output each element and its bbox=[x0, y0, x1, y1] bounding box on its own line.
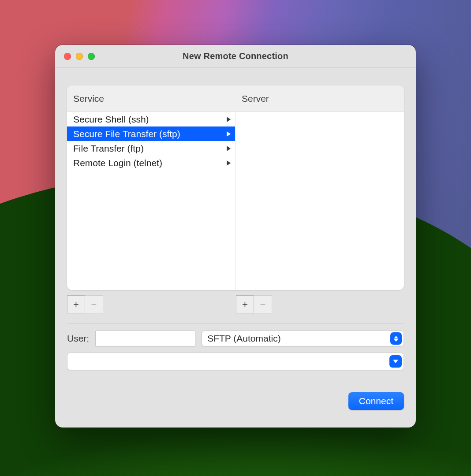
service-item-ftp[interactable]: File Transfer (ftp) bbox=[67, 141, 235, 156]
new-remote-connection-window: New Remote Connection Service Server Sec… bbox=[55, 45, 416, 428]
plus-icon: + bbox=[73, 299, 79, 310]
service-item-label: Remote Login (telnet) bbox=[73, 158, 162, 168]
protocol-select-label: SFTP (Automatic) bbox=[207, 333, 280, 344]
divider bbox=[67, 323, 404, 324]
server-add-remove: + − bbox=[236, 295, 272, 313]
chevron-right-icon bbox=[227, 160, 231, 166]
minus-icon: − bbox=[260, 299, 266, 310]
plus-icon: + bbox=[242, 299, 248, 310]
protocol-select[interactable]: SFTP (Automatic) bbox=[202, 331, 404, 346]
command-combo[interactable] bbox=[67, 353, 404, 370]
user-field[interactable] bbox=[95, 331, 195, 346]
service-item-telnet[interactable]: Remote Login (telnet) bbox=[67, 156, 235, 170]
add-server-button[interactable]: + bbox=[236, 295, 254, 313]
service-item-label: Secure File Transfer (sftp) bbox=[73, 129, 180, 139]
connect-button[interactable]: Connect bbox=[348, 392, 404, 410]
close-icon[interactable] bbox=[64, 53, 71, 60]
minimize-icon[interactable] bbox=[76, 53, 83, 60]
service-item-ssh[interactable]: Secure Shell (ssh) bbox=[67, 112, 235, 126]
minus-icon: − bbox=[91, 299, 97, 310]
chevron-right-icon bbox=[227, 131, 231, 137]
chevron-right-icon bbox=[227, 146, 231, 151]
window-title: New Remote Connection bbox=[55, 51, 416, 61]
panel-headers: Service Server bbox=[67, 86, 404, 112]
updown-icon bbox=[390, 332, 402, 345]
traffic-lights bbox=[64, 53, 95, 60]
remove-service-button[interactable]: − bbox=[85, 295, 103, 313]
service-add-remove: + − bbox=[67, 295, 236, 313]
connect-button-label: Connect bbox=[359, 396, 393, 406]
service-header: Service bbox=[67, 93, 236, 104]
service-item-label: Secure Shell (ssh) bbox=[73, 114, 149, 125]
zoom-icon[interactable] bbox=[88, 53, 95, 60]
service-item-label: File Transfer (ftp) bbox=[73, 143, 144, 154]
user-label: User: bbox=[67, 333, 89, 344]
add-service-button[interactable]: + bbox=[67, 295, 85, 313]
service-item-sftp[interactable]: Secure File Transfer (sftp) bbox=[67, 126, 235, 141]
server-list[interactable] bbox=[236, 112, 404, 290]
service-server-panel: Service Server Secure Shell (ssh) Secure… bbox=[67, 86, 404, 290]
service-list[interactable]: Secure Shell (ssh) Secure File Transfer … bbox=[67, 112, 236, 290]
titlebar: New Remote Connection bbox=[55, 45, 416, 68]
chevron-right-icon bbox=[227, 117, 231, 122]
server-header: Server bbox=[236, 93, 404, 104]
remove-server-button[interactable]: − bbox=[254, 295, 272, 313]
chevron-down-icon[interactable] bbox=[389, 355, 402, 368]
